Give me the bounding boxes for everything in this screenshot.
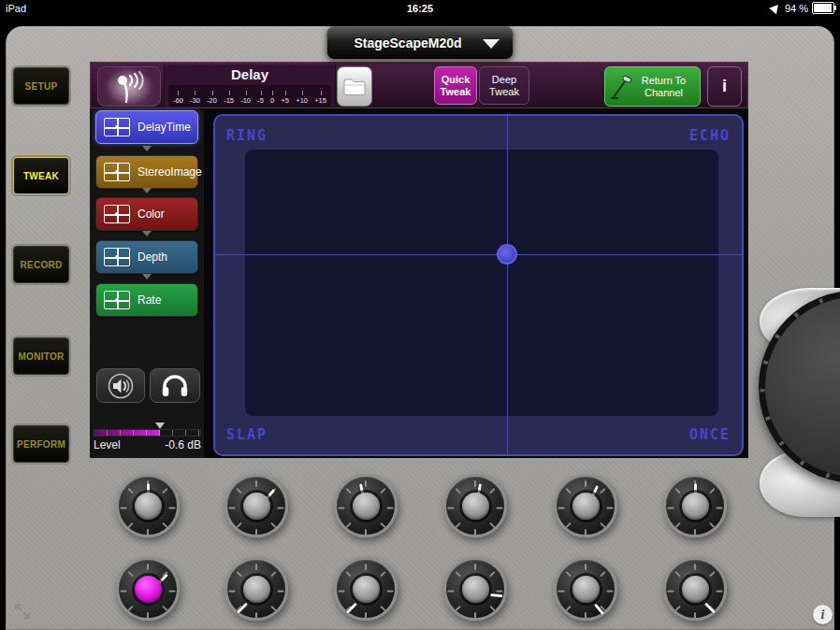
knob-r1-c1[interactable] <box>116 474 180 537</box>
knob-tick <box>255 612 257 619</box>
knob-r2-c2[interactable] <box>224 557 288 621</box>
speaker-mute-button[interactable] <box>96 368 145 403</box>
knob-tick <box>694 612 696 619</box>
knob-tick <box>365 529 367 536</box>
knob-tick <box>236 488 241 494</box>
param-button-rate[interactable]: Rate <box>95 283 198 317</box>
knob-tick <box>674 523 680 528</box>
stagescape-remote-app: { "status_bar": { "device": "iPad", "tim… <box>0 0 840 630</box>
param-button-delaytime[interactable]: DelayTime <box>95 110 198 144</box>
knob-tick <box>270 523 276 528</box>
knob-r1-c3[interactable] <box>334 474 398 537</box>
knob-r2-c1[interactable] <box>116 557 180 621</box>
knob-tick <box>147 529 149 536</box>
xy-grid-icon <box>104 118 130 136</box>
level-marker[interactable] <box>155 422 165 429</box>
knob-r2-c5[interactable] <box>554 557 617 621</box>
knob-tick <box>585 480 587 487</box>
effect-title-panel: Delay -60-30-20-15-10-50+5+10+15 <box>164 64 336 107</box>
knob-r1-c5[interactable] <box>554 474 617 537</box>
knob-tick <box>607 508 614 509</box>
toolbar-info-button[interactable]: i <box>707 66 742 107</box>
knob-tick <box>448 508 455 509</box>
xy-grid-icon <box>104 205 130 223</box>
knob-tick <box>278 508 284 509</box>
resize-arrows-icon[interactable] <box>12 601 33 622</box>
info-circle-icon[interactable]: i <box>813 605 833 624</box>
channel-source-button[interactable] <box>97 66 161 107</box>
knob-cap <box>682 576 709 603</box>
sidebar-item-setup[interactable]: SETUP <box>13 67 69 105</box>
scale-tick-label: -15 <box>224 97 234 105</box>
knob-r2-c3[interactable] <box>334 557 398 621</box>
sidebar-item-perform[interactable]: PERFORM <box>13 425 69 463</box>
knob-tick <box>121 591 127 593</box>
knob-tick <box>255 480 257 487</box>
knob-tick <box>668 508 674 509</box>
knob-r1-c2[interactable] <box>224 474 288 537</box>
knob-cap <box>243 493 270 520</box>
tab-deep-tweak[interactable]: Deep Tweak <box>479 66 529 105</box>
knob-r2-c6[interactable] <box>663 557 727 621</box>
knob-r1-c4[interactable] <box>443 474 507 537</box>
knob-tick <box>270 606 276 611</box>
tab-quick-tweak[interactable]: Quick Tweak <box>434 66 477 105</box>
mic-icon <box>102 68 156 104</box>
knob-tick <box>489 523 495 528</box>
knob-r2-c4[interactable] <box>443 557 507 621</box>
param-label: DelayTime <box>138 121 191 134</box>
knob-tick <box>169 508 176 509</box>
scale-tick-label: -60 <box>173 97 183 105</box>
scale-tick-label: +5 <box>281 97 289 105</box>
knob-tick <box>162 523 167 528</box>
param-button-depth[interactable]: Depth <box>95 240 198 274</box>
knob-tick <box>380 523 385 528</box>
gain-scale: -60-30-20-15-10-50+5+10+15 <box>168 85 331 107</box>
knob-tick <box>127 488 133 494</box>
sidebar-item-record[interactable]: RECORD <box>13 246 69 283</box>
scale-tick-label: +15 <box>314 97 326 105</box>
knob-tick <box>607 591 614 593</box>
knob-r1-c6[interactable] <box>663 474 727 537</box>
return-to-channel-button[interactable]: Return To Channel <box>604 66 701 107</box>
knob-cap <box>135 576 162 603</box>
return-to-channel-label: Return To Channel <box>628 75 700 98</box>
knob-tick <box>474 480 476 487</box>
knob-cap <box>462 493 489 520</box>
param-button-color[interactable]: Color <box>95 197 198 231</box>
knob-tick <box>558 508 565 509</box>
tweak-tabs: Quick TweakDeep Tweak <box>434 66 529 105</box>
knob-tick <box>709 523 715 528</box>
jog-wheel[interactable] <box>759 291 840 483</box>
status-time: 16:25 <box>0 3 840 14</box>
knob-tick <box>162 606 167 611</box>
battery-icon <box>812 2 834 14</box>
param-button-stereoimage[interactable]: StereoImage <box>95 155 198 189</box>
xy-tweak-pad[interactable]: RING ECHO SLAP ONCE <box>213 114 744 456</box>
sidebar-item-tweak[interactable]: TWEAK <box>13 157 69 194</box>
knob-tick <box>455 606 460 611</box>
preset-folder-button[interactable] <box>337 66 372 107</box>
knob-tick <box>489 571 495 577</box>
knob-tick <box>270 571 276 577</box>
knob-tick <box>162 488 167 494</box>
device-selector-dropdown[interactable]: StageScapeM20d <box>326 26 514 60</box>
knob-tick <box>565 523 571 528</box>
scale-tick-label: -20 <box>207 97 217 105</box>
param-label: Color <box>138 208 165 221</box>
sidebar-item-monitor[interactable]: MONITOR <box>13 337 69 375</box>
knob-tick <box>127 606 133 611</box>
knob-tick <box>345 523 351 528</box>
level-meter[interactable] <box>94 429 201 437</box>
headphones-button[interactable] <box>150 368 200 403</box>
xy-grid-icon <box>104 248 130 266</box>
param-label: StereoImage <box>138 165 202 179</box>
headphones-icon <box>161 374 189 398</box>
knob-tick <box>127 523 133 528</box>
battery-percent: 94 % <box>785 3 808 14</box>
jog-wheel-area <box>754 285 840 537</box>
knob-tick <box>600 571 605 577</box>
param-separator-arrow-icon <box>142 188 152 193</box>
knob-tick <box>674 571 680 577</box>
knob-tick <box>255 529 257 536</box>
